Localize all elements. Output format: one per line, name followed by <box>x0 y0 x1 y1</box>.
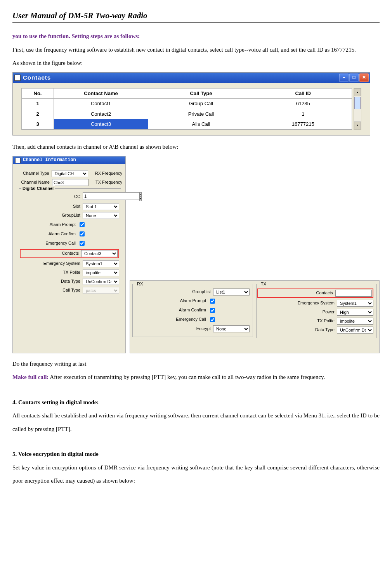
tx-freq-label: TX Frequency <box>95 179 122 185</box>
rx-encrypt-label: Encrypt <box>196 326 211 332</box>
window-title: Contacts <box>23 74 51 81</box>
alarmconfirm-check[interactable] <box>80 231 85 236</box>
tx-legend: TX <box>260 281 267 287</box>
slot-select[interactable]: Slot 1 <box>83 203 119 210</box>
contacts-label: Contacts <box>62 250 79 256</box>
channel-name-input[interactable] <box>52 179 88 186</box>
rx-grouplist-select[interactable]: List1 <box>213 288 250 295</box>
rx-alarmprompt-check[interactable] <box>210 299 215 304</box>
window-icon <box>14 75 21 81</box>
grouplist-label: GroupList <box>62 212 80 218</box>
scroll-up-icon[interactable]: ▴ <box>354 89 361 96</box>
window-title: Channel Information <box>23 157 76 163</box>
txpolite-select[interactable]: impolite <box>83 269 119 276</box>
minimize-button[interactable]: – <box>339 73 349 82</box>
table-row-selected[interactable]: 3 Contact3 Alls Call 16777215 <box>22 119 352 130</box>
contacts-redbox: Contacts Contact3 <box>20 249 119 258</box>
digital-legend: Digital Channel <box>21 186 55 191</box>
rx-emergcall-check[interactable] <box>210 317 215 322</box>
sec4-body: All contacts shall be established and wr… <box>12 409 380 436</box>
col-id: Call ID <box>254 88 352 99</box>
tx-datatype-label: Data Type <box>315 327 335 333</box>
channel-info-figure: Channel Information Channel Type Digital… <box>12 156 380 353</box>
channel-type-select[interactable]: Digital CH <box>52 170 88 177</box>
table-row[interactable]: 1 Contact1 Group Call 61235 <box>22 99 352 109</box>
emergsys-label: Emergency System <box>43 261 80 266</box>
contacts-select[interactable]: Contact3 <box>81 250 118 257</box>
rx-alarmconfirm-label: Alarm Confirm <box>179 307 206 313</box>
window-titlebar[interactable]: Contacts – □ ✕ <box>13 73 370 83</box>
tx-polite-label: TX Polite <box>317 318 335 324</box>
after-fig1: Then, add channel contacts in channel or… <box>12 140 380 154</box>
emergcall-label: Emergency Call <box>45 240 76 246</box>
rx-freq-label: RX Frequency <box>95 170 122 176</box>
channel-type-label: Channel Type <box>23 170 49 176</box>
rx-alarmconfirm-check[interactable] <box>210 308 215 313</box>
contacts-window: Contacts – □ ✕ No. Contact Name Call Typ… <box>12 72 370 136</box>
datatype-label: Data Type <box>61 278 80 284</box>
tx-datatype-select[interactable]: UnConfirm Data <box>337 327 373 334</box>
make-full-call-body: After execution of transmitting by press… <box>49 374 325 380</box>
rx-grouplist-label: GroupList <box>192 289 211 295</box>
scroll-thumb[interactable] <box>354 97 361 109</box>
close-button[interactable]: ✕ <box>359 73 369 82</box>
channel-info-window: Channel Information Channel Type Digital… <box>12 156 126 353</box>
rx-tx-panel: RX GroupList List1 Alarm Prompt Alarm Co… <box>130 280 380 353</box>
tx-emergsys-select[interactable]: System1 <box>337 300 373 307</box>
intro-p1: First, use the frequency writing softwar… <box>12 43 380 57</box>
intro-p2: As shown in the figure below: <box>12 56 380 70</box>
alarmprompt-check[interactable] <box>80 222 85 227</box>
col-name: Contact Name <box>54 88 148 99</box>
txpolite-label: TX Polite <box>63 269 80 275</box>
rx-emergcall-label: Emergency Call <box>176 316 206 322</box>
col-no: No. <box>22 88 54 99</box>
tx-polite-select[interactable]: impolite <box>337 318 373 325</box>
rx-group: RX GroupList List1 Alarm Prompt Alarm Co… <box>132 284 253 337</box>
page-title: User Manual of DM-5R Two-way Radio <box>12 11 380 23</box>
calltype-select: patcs <box>83 287 119 294</box>
make-full-call-para: Make full call: After execution of trans… <box>12 370 380 384</box>
digital-channel-fieldset: Digital Channel CC ▴▾ Slot Slot 1 GroupL… <box>19 188 121 297</box>
window-titlebar[interactable]: Channel Information <box>13 156 125 164</box>
intro-purple: you to use the function. Setting steps a… <box>12 33 140 39</box>
table-row[interactable]: 2 Contact2 Private Call 1 <box>22 109 352 119</box>
grouplist-select[interactable]: None <box>83 212 119 219</box>
sec4-title: 4. Contacts setting in digital mode: <box>12 396 380 409</box>
col-type: Call Type <box>148 88 254 99</box>
calltype-label: Call Type <box>62 287 80 293</box>
tx-contacts-select[interactable]: Contact1 <box>335 290 372 297</box>
tx-contacts-redbox: Contacts Contact1 <box>257 288 373 298</box>
emergcall-check[interactable] <box>80 241 85 246</box>
tx-emergsys-label: Emergency System <box>298 300 335 306</box>
contacts-table[interactable]: No. Contact Name Call Type Call ID 1 Con… <box>21 88 352 130</box>
scroll-down-icon[interactable]: ▾ <box>354 122 361 129</box>
alarmconfirm-label: Alarm Confirm <box>49 231 76 237</box>
cc-label: CC <box>74 194 80 200</box>
alarmprompt-label: Alarm Prompt <box>50 222 76 228</box>
tx-group: TX Contacts Contact1 Emergency System Sy… <box>256 284 377 338</box>
scrollbar[interactable]: ▴ ▾ <box>354 88 361 130</box>
rx-legend: RX <box>136 281 144 287</box>
rx-alarmprompt-label: Alarm Prompt <box>180 298 206 304</box>
rx-encrypt-select[interactable]: None <box>213 325 250 332</box>
window-icon <box>15 158 21 163</box>
sec5-body: Set key value in encryption options of D… <box>12 461 380 488</box>
tx-contacts-label: Contacts <box>316 290 333 296</box>
emergsys-select[interactable]: System1 <box>83 260 119 267</box>
channel-name-label: Channel Name <box>21 179 50 185</box>
cc-stepper[interactable]: ▴▾ <box>83 192 119 202</box>
maximize-button[interactable]: □ <box>349 73 359 82</box>
tx-power-label: Power <box>323 309 335 315</box>
slot-label: Slot <box>73 203 80 209</box>
tx-power-select[interactable]: High <box>337 309 373 316</box>
sec5-title: 5. Voice encryption in digital mode <box>12 447 380 461</box>
after-fig2-p1: Do the frequency writing at last <box>12 357 380 371</box>
datatype-select[interactable]: UnConfirm Data <box>83 278 119 285</box>
make-full-call-label: Make full call: <box>12 374 49 380</box>
